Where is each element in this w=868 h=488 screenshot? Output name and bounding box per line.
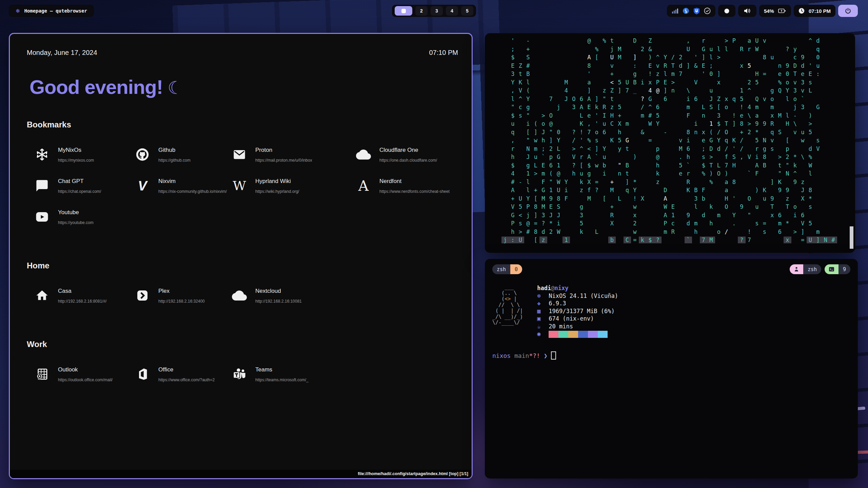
- bookmark-nixvim[interactable]: VNixvimhttps://nix-community.github.io/n…: [135, 175, 232, 197]
- workspace-3[interactable]: 3: [431, 6, 443, 16]
- bookmark-name: Github: [158, 147, 191, 154]
- bookmark-casa[interactable]: Casahttp://192.168.2.16:8081/#/: [34, 285, 135, 306]
- tmux-statusbar: zsh 0 zsh 9: [492, 264, 850, 274]
- github-icon: [135, 147, 150, 162]
- terminal-color-swatch-1: [558, 331, 568, 338]
- bookmark-proton[interactable]: Protonhttps://mail.proton.me/u/0/inbox: [232, 144, 356, 165]
- fetch-user-host: hadi@nixy: [537, 284, 618, 292]
- startpage-date: Monday, June 17, 2024: [27, 49, 97, 57]
- tab-index: 0: [510, 264, 522, 274]
- moon-icon: ☾: [167, 78, 183, 98]
- clock-pill[interactable]: 07:10 PM: [794, 5, 835, 17]
- pane-count: 9: [839, 264, 850, 274]
- color-palette-row: ◉: [537, 330, 618, 338]
- envelope-icon: [232, 147, 247, 162]
- bookmark-name: Nerdfont: [379, 178, 450, 185]
- workspace-switcher: 2345: [392, 5, 476, 17]
- workspace-4[interactable]: 4: [446, 6, 458, 16]
- bookmark-name: Hyprland Wiki: [255, 178, 299, 185]
- matrix-terminal-window: ' - @ %t D Z , r >P aUv ^d ; + % jM 2& U…: [485, 33, 855, 253]
- bookmark-url: https://www.office.com/?auth=2: [158, 378, 215, 382]
- fetch-value: 20 mins: [549, 323, 573, 330]
- clock-icon: [798, 8, 805, 14]
- fetch-value: 1969/31377 MiB (6%): [549, 308, 614, 314]
- terminal-color-swatch-5: [598, 331, 608, 338]
- signal-strength-icon[interactable]: [672, 8, 678, 14]
- volume-pill[interactable]: [738, 5, 756, 17]
- active-workspace-dot: [401, 9, 406, 13]
- bookmark-plex[interactable]: Plexhttp://192.168.2.16:32400: [135, 285, 232, 306]
- startpage-time: 07:10 PM: [429, 49, 458, 57]
- bookmark-name: Youtube: [58, 209, 94, 216]
- packages-icon: ▣: [537, 315, 549, 323]
- clock-time: 07:10 PM: [809, 8, 831, 14]
- scrollbar-thumb[interactable]: [850, 226, 853, 249]
- fetch-line-uptime: ☕20 mins: [537, 323, 618, 330]
- bookmark-url: https://chat.openai.com/: [58, 189, 101, 194]
- top-bar: ❄ Homepage – qutebrowser 2345: [0, 5, 868, 18]
- terminal-color-swatch-0: [549, 331, 558, 338]
- bookmark-office[interactable]: Officehttps://www.office.com/?auth=2: [135, 363, 232, 385]
- outlook-grid-icon: [34, 367, 50, 381]
- section-title: Home: [27, 261, 458, 270]
- bookmark-hyprland-wiki[interactable]: WHyprland Wikihttps://wiki.hyprland.org/: [232, 175, 356, 197]
- tux-ascii-art: ___ (.. \ (<> | // \ \ ( | | /| _/\ __)/…: [492, 284, 523, 338]
- plex-chevron-icon: [135, 289, 150, 302]
- bookmark-teams[interactable]: Teamshttps://teams.microsoft.com/_: [232, 363, 356, 385]
- fetch-line-memory: ▦1969/31377 MiB (6%): [537, 307, 618, 315]
- tray-pill: [667, 5, 715, 17]
- bookmark-github[interactable]: Githubhttps://github.com: [135, 144, 232, 165]
- window-title: Homepage – qutebrowser: [24, 8, 87, 14]
- greeting: Good evening!☾: [29, 76, 458, 98]
- bookmark-name: Office: [158, 366, 215, 373]
- bookmark-url: https://one.dash.cloudflare.com/: [379, 158, 437, 163]
- battery-percent: 54%: [764, 8, 774, 14]
- bookmark-mynixos[interactable]: MyNixOshttps://mynixos.com: [34, 144, 135, 165]
- bookmark-name: Casa: [58, 288, 106, 294]
- bookmark-name: Proton: [255, 147, 312, 154]
- record-pill[interactable]: [718, 5, 735, 17]
- session-tab[interactable]: zsh 0: [492, 264, 522, 274]
- window-title-pill[interactable]: ❄ Homepage – qutebrowser: [9, 5, 94, 17]
- session-badge[interactable]: zsh: [790, 264, 821, 274]
- bookmark-url: http://192.168.2.16:10081: [255, 299, 302, 304]
- memory-icon: ▦: [537, 307, 549, 315]
- git-status-flags: *?!: [529, 352, 540, 359]
- pane-count-badge[interactable]: 9: [825, 264, 850, 274]
- workspace-1-active[interactable]: [395, 6, 412, 16]
- house-icon: [34, 289, 50, 302]
- battery-charging-icon: [778, 8, 786, 14]
- volume-icon: [744, 7, 751, 14]
- letter-a-icon: A: [356, 178, 371, 194]
- snowflake-icon: ❄: [537, 292, 549, 300]
- workspace-2[interactable]: 2: [415, 6, 428, 16]
- bookmark-nerdfont[interactable]: ANerdfonthttps://www.nerdfonts.com/cheat…: [356, 175, 458, 197]
- letter-w-icon: W: [232, 178, 247, 193]
- person-icon: [790, 264, 803, 274]
- section-work: WorkOutlookhttps://outlook.office.com/ma…: [27, 340, 458, 385]
- bluetooth-icon[interactable]: [683, 7, 689, 14]
- section-home: HomeCasahttp://192.168.2.16:8081/#/Plexh…: [27, 261, 458, 306]
- bookmark-outlook[interactable]: Outlookhttps://outlook.office.com/mail/: [34, 363, 135, 385]
- fetch-value: 6.9.3: [549, 300, 566, 307]
- shield-icon[interactable]: [693, 7, 700, 15]
- git-branch: main: [511, 352, 529, 359]
- teams-people-icon: [232, 367, 247, 381]
- bookmark-url: https://www.nerdfonts.com/cheat-sheet: [379, 189, 450, 194]
- bookmark-url: https://outlook.office.com/mail/: [58, 378, 113, 382]
- workspace-5[interactable]: 5: [461, 6, 473, 16]
- qutebrowser-window: Monday, June 17, 2024 07:10 PM Good even…: [9, 33, 473, 479]
- bookmark-cloudflare-one[interactable]: Cloudflare Onehttps://one.dash.cloudflar…: [356, 144, 458, 165]
- bookmark-name: MyNixOs: [58, 147, 94, 154]
- bookmark-chat-gpt[interactable]: Chat GPThttps://chat.openai.com/: [34, 175, 135, 197]
- bookmark-nextcloud[interactable]: Nextcloudhttp://192.168.2.16:10081: [232, 285, 356, 306]
- terminal-cursor: [551, 351, 556, 360]
- battery-pill[interactable]: 54%: [759, 5, 791, 17]
- bookmark-youtube[interactable]: Youtubehttps://youtube.com: [34, 206, 135, 228]
- power-button[interactable]: [838, 5, 858, 17]
- check-circle-icon[interactable]: [704, 7, 711, 14]
- terminal-color-swatch-4: [588, 331, 598, 338]
- nixos-icon: ❄: [16, 8, 20, 14]
- bookmark-url: http://192.168.2.16:8081/#/: [58, 299, 106, 304]
- nixos-snowflake-icon: [34, 148, 50, 161]
